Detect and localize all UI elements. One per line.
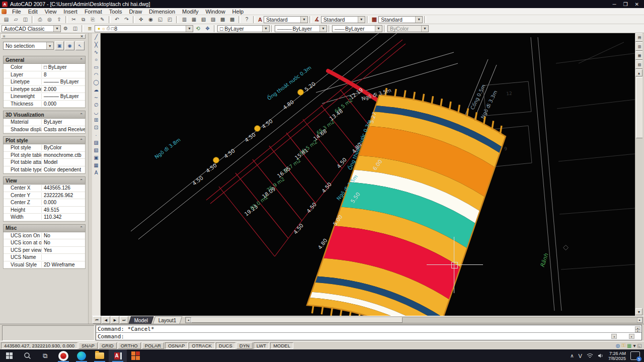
copy-button[interactable]: ⧉ <box>79 15 88 24</box>
horizontal-scrollbar-thumb[interactable] <box>191 317 403 323</box>
property-value[interactable]: 0.000 <box>42 200 85 205</box>
new-button[interactable]: ▤ <box>2 15 11 24</box>
minimize-button[interactable]: ─ <box>613 2 616 7</box>
line-tool-icon[interactable]: ╱ <box>92 33 100 41</box>
markup-button[interactable]: ▩ <box>218 15 227 24</box>
menu-modify[interactable]: Modify <box>179 9 201 15</box>
palette-menu-icon[interactable]: ≡ <box>3 34 6 39</box>
section-header-general[interactable]: General⌃ <box>3 56 86 64</box>
command-scroll-left[interactable]: ◀ <box>611 334 617 339</box>
taskbar-app-explorer[interactable] <box>91 349 109 362</box>
toggle-ortho[interactable]: ORTHO <box>118 342 141 349</box>
quickcalc-button[interactable]: ▩ <box>228 15 237 24</box>
cut-button[interactable]: ✂ <box>69 15 78 24</box>
section-header-misc[interactable]: Misc⌃ <box>3 224 86 232</box>
zoom-realtime-button[interactable]: ◉ <box>146 15 155 24</box>
menu-help[interactable]: Help <box>229 9 247 15</box>
menu-view[interactable]: View <box>42 9 60 15</box>
scroll-down-arrow[interactable]: ▼ <box>635 308 642 315</box>
tab-layout1[interactable]: Layout1 <box>153 316 182 324</box>
property-value[interactable]: 2.000 <box>42 86 85 92</box>
tab-nav-button[interactable]: ◀ <box>102 316 110 324</box>
scroll-up-arrow[interactable]: ▲ <box>635 69 642 76</box>
help-button[interactable]: ? <box>243 15 252 24</box>
layer-previous-button[interactable]: ⟲ <box>194 24 203 33</box>
revision-cloud-tool-icon[interactable]: ☁ <box>92 86 100 94</box>
table-style-dropdown[interactable]: Standard▼ <box>378 16 423 23</box>
lineweight-control-dropdown[interactable]: —— ByLayer ▼ <box>332 25 382 32</box>
toggle-dyn[interactable]: DYN <box>236 342 253 349</box>
property-value[interactable]: Color dependent <box>42 167 85 172</box>
tray-chevron-icon[interactable]: ∧ <box>570 353 574 358</box>
zoom-window-button[interactable]: ◱ <box>156 15 165 24</box>
linetype-control-dropdown[interactable]: ——— ByLayer ▼ <box>275 25 327 32</box>
menu-file[interactable]: File <box>9 9 24 15</box>
property-value[interactable]: Casts and Receives Sh... <box>42 127 85 132</box>
start-button[interactable] <box>0 349 18 362</box>
property-value[interactable]: 49.515 <box>42 207 85 213</box>
property-value[interactable]: 110.342 <box>42 214 85 220</box>
palette-grip[interactable]: ≡ ✕ <box>1 34 86 39</box>
maximize-button[interactable]: ❐ <box>623 2 628 7</box>
properties-button[interactable]: ▥ <box>180 15 189 24</box>
toggle-otrack[interactable]: OTRACK <box>189 342 215 349</box>
section-header-3d-visualization[interactable]: 3D Visualization⌃ <box>3 111 86 119</box>
quick-select-button[interactable]: ◉ <box>65 41 74 50</box>
horizontal-scrollbar[interactable]: ◀ ▶ <box>185 317 643 323</box>
circle-tool-icon[interactable]: ◯ <box>92 78 100 86</box>
scroll-left-arrow[interactable]: ◀ <box>186 317 191 323</box>
menu-window[interactable]: Window <box>202 9 228 15</box>
zoom-previous-button[interactable]: ◰ <box>166 15 175 24</box>
close-button[interactable]: ✕ <box>635 2 639 7</box>
command-prompt-line[interactable]: Command: <box>96 333 641 340</box>
menu-tools[interactable]: Tools <box>106 9 125 15</box>
spline-tool-icon[interactable]: ∼ <box>92 94 100 101</box>
drawing-canvas[interactable]: 64.5 m265.3 m266.5 m271.7 m276.9 m282.0 … <box>101 33 635 316</box>
paste-button[interactable]: ⎘ <box>89 15 98 24</box>
publish-button[interactable]: ⇪ <box>55 15 64 24</box>
taskbar-app-edge[interactable] <box>72 349 91 362</box>
open-button[interactable]: ▱ <box>12 15 21 24</box>
workspace-dropdown[interactable]: AutoCAD Classic▼ <box>2 25 61 32</box>
tool-palettes-button[interactable]: ▧ <box>199 15 208 24</box>
designcenter-button[interactable]: ▦ <box>190 15 199 24</box>
polygon-tool-icon[interactable]: ○ <box>92 56 100 63</box>
search-button[interactable] <box>18 349 36 362</box>
tab-nav-button[interactable]: ⏮ <box>93 316 101 324</box>
scroll-right-arrow[interactable]: ▶ <box>637 317 642 323</box>
table-tool-icon[interactable]: ▦ <box>92 161 100 169</box>
save-workspace-button[interactable]: ◫ <box>71 24 80 33</box>
property-value[interactable]: 2322226.962 <box>42 193 85 198</box>
taskbar-clock[interactable]: 7:26 AM 7/8/2025 <box>608 351 626 361</box>
select-objects-button[interactable]: ↖ <box>75 41 85 50</box>
region-tool-icon[interactable]: ▣ <box>92 154 100 161</box>
tab-model[interactable]: Model <box>129 316 154 324</box>
layer-properties-button[interactable]: ≣ <box>86 24 95 33</box>
tab-nav-button[interactable]: ▶ <box>111 316 119 324</box>
color-control-dropdown[interactable]: □ ByLayer▼ <box>217 25 270 32</box>
save-button[interactable]: ◫ <box>21 15 30 24</box>
construction-line-tool-icon[interactable]: ╳ <box>92 41 100 48</box>
toggle-pickadd-button[interactable]: ▣ <box>55 41 64 50</box>
property-value[interactable]: No <box>42 233 85 238</box>
arc-tool-icon[interactable]: ◠ <box>92 71 100 78</box>
command-scroll-right[interactable]: ▶ <box>629 334 634 339</box>
menu-edit[interactable]: Edit <box>25 9 41 15</box>
property-value[interactable]: ByColor <box>42 145 85 150</box>
gradient-tool-icon[interactable]: ▧ <box>92 146 100 154</box>
task-view-button[interactable]: ⧉ <box>36 349 54 362</box>
ellipse-arc-tool-icon[interactable]: ◡ <box>92 109 100 116</box>
undo-button[interactable]: ↶ <box>113 15 122 24</box>
multiline-text-tool-icon[interactable]: A <box>92 169 100 176</box>
tray-arrow-icon[interactable]: ▾ <box>633 343 636 348</box>
palette-close-icon[interactable]: ✕ <box>80 34 84 39</box>
property-value[interactable]: □ ByLayer <box>42 64 85 70</box>
notification-center-icon[interactable]: 5 <box>630 351 640 360</box>
redo-button[interactable]: ↷ <box>122 15 131 24</box>
property-value[interactable]: 0.000 <box>42 101 85 107</box>
pan-button[interactable]: ✜ <box>137 15 146 24</box>
taskbar-app-office[interactable] <box>127 349 145 362</box>
layer-states-button[interactable]: ✥ <box>203 24 212 33</box>
text-style-dropdown[interactable]: Standard▼ <box>264 16 308 23</box>
insert-block-tool-icon[interactable]: ⊞ <box>92 116 100 124</box>
